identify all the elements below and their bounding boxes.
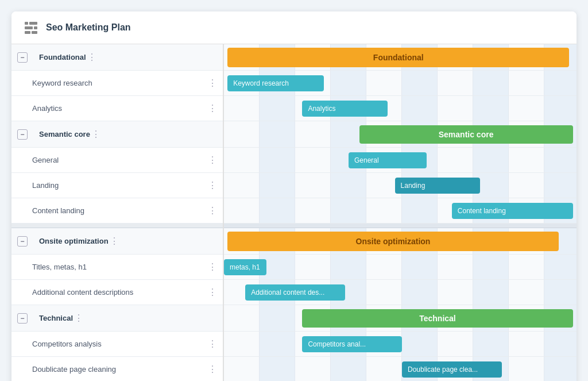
landing-dots[interactable]: ⋮	[207, 180, 218, 191]
gantt-row-analytics: Analytics	[224, 96, 577, 121]
page-title: Seo Marketing Plan	[46, 22, 131, 33]
competitors-dots[interactable]: ⋮	[207, 338, 218, 349]
gantt-col-4	[331, 44, 366, 70]
analytics-dots[interactable]: ⋮	[207, 103, 218, 114]
collapse-semantic-core[interactable]: −	[17, 129, 28, 140]
foundational-dots[interactable]: ⋮	[86, 52, 98, 63]
keyword-research-label: Keyword research	[11, 79, 207, 87]
additional-label: Additional content descriptions	[11, 288, 207, 297]
gantt-row-foundational: Foundational	[224, 44, 577, 71]
keyword-research-dots[interactable]: ⋮	[207, 78, 218, 88]
svg-rect-2	[25, 26, 33, 29]
semantic-core-dots[interactable]: ⋮	[90, 129, 102, 140]
collapse-onsite[interactable]: −	[17, 236, 28, 247]
landing-label: Landing	[11, 181, 207, 190]
section-divider-left	[11, 224, 223, 228]
technical-dots[interactable]: ⋮	[73, 313, 84, 324]
row-analytics: Analytics ⋮	[11, 96, 223, 121]
gantt-col-10	[544, 44, 577, 70]
foundational-label: Foundational	[32, 53, 86, 61]
gantt-col-7	[438, 44, 473, 70]
row-onsite: − Onsite optimization ⋮	[11, 228, 223, 255]
collapse-foundational[interactable]: −	[17, 52, 28, 63]
titles-label: Titles, metas, h1	[11, 263, 207, 271]
row-general: General ⋮	[11, 148, 223, 173]
gantt-row-doublicate: Doublicate page clea...	[224, 357, 577, 381]
gantt-col-8	[473, 44, 509, 70]
gantt-wrapper: − Foundational ⋮ Keyword research ⋮ Anal…	[11, 44, 577, 381]
content-landing-dots[interactable]: ⋮	[207, 205, 218, 216]
gantt-icon	[23, 20, 39, 36]
competitors-label: Competitors analysis	[11, 340, 207, 348]
app-container: Seo Marketing Plan − Foundational ⋮ Keyw…	[11, 11, 577, 381]
gantt-row-technical: Technical	[224, 305, 577, 332]
gantt-row-titles: metas, h1	[224, 255, 577, 280]
row-competitors: Competitors analysis ⋮	[11, 332, 223, 357]
row-landing: Landing ⋮	[11, 173, 223, 198]
gantt-row-competitors: Competitors anal...	[224, 332, 577, 357]
onsite-label: Onsite optimization	[32, 237, 109, 245]
gantt-col-1	[224, 44, 260, 70]
gantt-row-onsite: Onsite optimization	[224, 228, 577, 255]
semantic-core-label: Semantic core	[32, 130, 90, 138]
gantt-col-2	[260, 44, 295, 70]
general-dots[interactable]: ⋮	[207, 155, 218, 166]
gantt-row-general: General	[224, 148, 577, 173]
row-titles: Titles, metas, h1 ⋮	[11, 255, 223, 280]
svg-rect-4	[25, 31, 30, 34]
row-additional: Additional content descriptions ⋮	[11, 280, 223, 305]
analytics-label: Analytics	[11, 104, 207, 113]
row-doublicate: Doublicate page cleaning ⋮	[11, 357, 223, 381]
svg-rect-5	[32, 31, 37, 34]
row-foundational: − Foundational ⋮	[11, 44, 223, 71]
header: Seo Marketing Plan	[11, 11, 577, 44]
content-landing-label: Content landing	[11, 206, 207, 215]
gantt-col-5	[366, 44, 402, 70]
collapse-technical[interactable]: −	[17, 313, 28, 324]
left-panel: − Foundational ⋮ Keyword research ⋮ Anal…	[11, 44, 224, 381]
row-semantic-core: − Semantic core ⋮	[11, 121, 223, 148]
gantt-row-content-landing: Content landing	[224, 198, 577, 224]
gantt-col-3	[295, 44, 331, 70]
additional-dots[interactable]: ⋮	[207, 287, 218, 298]
gantt-col-6	[402, 44, 438, 70]
gantt-row-semantic-core: Semantic core	[224, 121, 577, 148]
svg-rect-1	[29, 22, 37, 25]
general-label: General	[11, 156, 207, 164]
onsite-dots[interactable]: ⋮	[109, 236, 120, 247]
svg-rect-3	[34, 26, 37, 29]
section-divider-right	[224, 224, 577, 228]
doublicate-dots[interactable]: ⋮	[207, 364, 218, 375]
gantt-row-additional: Additional content des...	[224, 280, 577, 305]
gantt-col-9	[509, 44, 544, 70]
row-content-landing: Content landing ⋮	[11, 198, 223, 224]
technical-label: Technical	[32, 314, 73, 322]
gantt-row-landing: Landing	[224, 173, 577, 198]
doublicate-label: Doublicate page cleaning	[11, 365, 207, 374]
gantt-row-keyword-research: Keyword research	[224, 71, 577, 96]
right-panel: Foundational Keyword researc	[224, 44, 577, 381]
gantt-grid: Foundational Keyword researc	[224, 44, 577, 381]
row-technical: − Technical ⋮	[11, 305, 223, 332]
row-keyword-research: Keyword research ⋮	[11, 71, 223, 96]
titles-dots[interactable]: ⋮	[207, 261, 218, 272]
svg-rect-0	[25, 22, 28, 25]
